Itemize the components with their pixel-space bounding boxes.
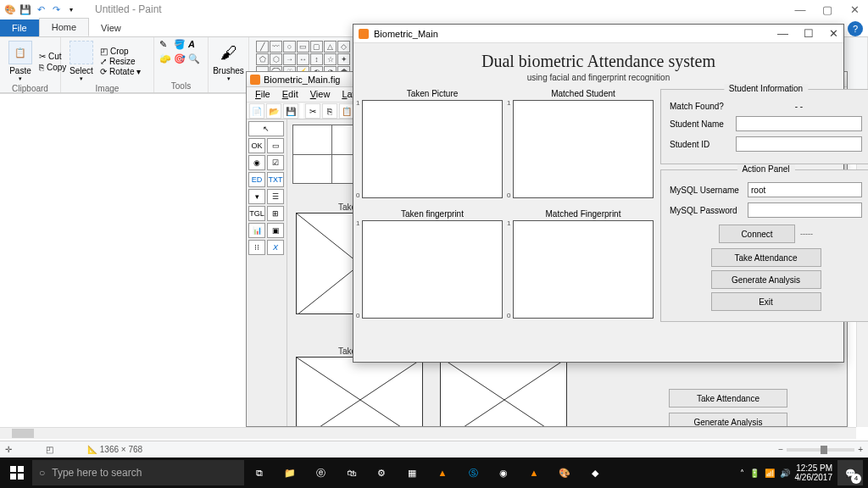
student-info-panel: Student Information Match Found? - - Stu… — [660, 89, 868, 164]
cortana-icon: ○ — [39, 467, 45, 479]
popup-tool[interactable]: ▾ — [248, 189, 265, 204]
plot-matched-fingerprint: Matched Fingerprint 10 — [513, 209, 654, 323]
student-id-field[interactable] — [736, 136, 862, 152]
help-icon[interactable]: ? — [848, 21, 863, 36]
text-tool[interactable]: TXT — [267, 172, 284, 187]
brushes-button[interactable]: 🖌Brushes▾ — [214, 39, 243, 84]
taskbar-app2-icon[interactable]: ◆ — [580, 458, 610, 488]
taskbar-vlc-icon[interactable]: ▲ — [427, 458, 458, 488]
menu-file[interactable]: File — [250, 87, 275, 102]
save-icon[interactable]: 💾 — [19, 3, 32, 16]
mysql-user-field[interactable] — [748, 182, 862, 197]
take-attendance-button[interactable]: Take Attendance — [711, 248, 821, 267]
student-name-label: Student Name — [670, 119, 736, 129]
tab-home[interactable]: Home — [39, 18, 89, 36]
tab-view[interactable]: View — [89, 19, 133, 36]
tab-file[interactable]: File — [0, 19, 39, 36]
taskbar: ○ Type here to search ⧉ 📁 ⓔ 🛍 ⚙ ▦ ▲ Ⓢ ◉ … — [0, 458, 868, 488]
tray-chevron-icon[interactable]: ˄ — [740, 469, 744, 478]
taskbar-app-icon[interactable]: ▦ — [397, 458, 427, 488]
start-button[interactable] — [2, 458, 32, 488]
generate-analysis-button[interactable]: Generate Analysis — [711, 270, 821, 289]
taskbar-matlab-icon[interactable]: ▲ — [519, 458, 549, 488]
taskbar-clock[interactable]: 12:25 PM4/26/2017 — [795, 463, 833, 482]
table-tool[interactable]: ⊞ — [267, 206, 284, 221]
toggle-tool[interactable]: TGL — [248, 206, 265, 221]
axes-box-3[interactable] — [440, 357, 567, 426]
svg-line-4 — [441, 358, 566, 426]
close-button[interactable]: ✕ — [844, 3, 865, 16]
zoom-slider[interactable] — [787, 448, 854, 452]
svg-rect-6 — [10, 466, 16, 472]
maximize-button[interactable]: ▢ — [817, 3, 837, 16]
redo-icon[interactable]: ↷ — [49, 3, 63, 16]
svg-line-5 — [441, 358, 566, 426]
open-icon[interactable]: 📂 — [266, 103, 281, 119]
guide-gen-button[interactable]: Generate Analysis — [669, 413, 787, 426]
tray-battery-icon[interactable]: 🔋 — [749, 469, 760, 478]
app-subtitle: using facial and fingerprint recognition — [362, 73, 835, 82]
taskbar-paint-icon[interactable]: 🎨 — [549, 458, 580, 488]
listbox-tool[interactable]: ☰ — [267, 189, 284, 204]
save-icon[interactable]: 💾 — [283, 103, 298, 119]
tray-volume-icon[interactable]: 🔊 — [780, 469, 790, 478]
edit-tool[interactable]: ED — [248, 172, 265, 187]
minimize-button[interactable]: — — [790, 3, 810, 16]
taskbar-edge-icon[interactable]: ⓔ — [305, 458, 336, 488]
taskbar-explorer-icon[interactable]: 📁 — [275, 458, 305, 488]
activex-tool[interactable]: X — [267, 240, 284, 255]
action-center-icon[interactable]: 💬4 — [837, 460, 863, 485]
radiobutton-tool[interactable]: ◉ — [248, 155, 265, 170]
pointer-tool[interactable]: ↖ — [248, 121, 284, 136]
connect-button[interactable]: Connect — [719, 225, 795, 243]
taskbar-chrome-icon[interactable]: ◉ — [488, 458, 519, 488]
menu-view[interactable]: View — [305, 87, 336, 102]
taskbar-skype-icon[interactable]: Ⓢ — [458, 458, 488, 488]
panel-tool[interactable]: ▣ — [267, 223, 284, 238]
biometric-titlebar[interactable]: Biometric_Main — ☐ ✕ — [353, 25, 843, 43]
svg-line-3 — [297, 358, 422, 426]
mysql-pass-field[interactable] — [748, 202, 862, 218]
plot-taken-picture: Taken Picture 10 — [362, 89, 503, 202]
guide-take-button[interactable]: Take Attendance — [669, 389, 787, 408]
minimize-button[interactable]: — — [777, 27, 788, 40]
qat-dropdown-icon[interactable]: ▾ — [64, 3, 78, 16]
copy-icon[interactable]: ⎘ — [322, 103, 337, 119]
biometric-window: Biometric_Main — ☐ ✕ Dual biometric Atte… — [353, 24, 844, 363]
search-box[interactable]: ○ Type here to search — [32, 460, 244, 485]
task-view-icon[interactable]: ⧉ — [244, 458, 275, 488]
undo-icon[interactable]: ↶ — [34, 3, 47, 16]
tools-icons[interactable]: ✎🪣A 🧽🎯🔍 — [159, 39, 203, 65]
buttongroup-tool[interactable]: ⁝⁝ — [248, 240, 265, 255]
paste-button[interactable]: 📋Paste▾ — [5, 39, 36, 84]
action-panel: Action Panel MySQL Username MySQL Passwo… — [660, 169, 868, 322]
axes-tool[interactable]: 📊 — [248, 223, 265, 238]
pushbutton-tool[interactable]: OK — [248, 138, 265, 153]
rotate-button[interactable]: ⟳ Rotate ▾ — [100, 67, 141, 76]
close-button[interactable]: ✕ — [829, 27, 838, 40]
resize-button[interactable]: ⤢ Resize — [100, 57, 141, 66]
student-name-field[interactable] — [736, 116, 862, 131]
select-button[interactable]: Select▾ — [66, 39, 97, 84]
crop-button[interactable]: ◰ Crop — [100, 47, 141, 56]
matlab-icon — [359, 29, 369, 39]
zoom-in-button[interactable]: + — [858, 445, 863, 454]
menu-edit[interactable]: Edit — [277, 87, 303, 102]
exit-button[interactable]: Exit — [711, 292, 821, 311]
tray-wifi-icon[interactable]: 📶 — [765, 469, 775, 478]
maximize-button[interactable]: ☐ — [804, 27, 814, 40]
app-title: Dual biometric Attendance system — [362, 52, 835, 71]
guide-title: Biometric_Main.fig — [264, 75, 340, 85]
scrollbar-horizontal[interactable] — [0, 427, 856, 439]
zoom-out-button[interactable]: − — [778, 445, 783, 454]
match-found-value: - - — [736, 102, 862, 111]
selection-icon: ◰ — [46, 445, 53, 454]
taskbar-store-icon[interactable]: 🛍 — [336, 458, 366, 488]
cut-icon[interactable]: ✂ — [305, 103, 320, 119]
new-icon[interactable]: 📄 — [249, 103, 264, 119]
taskbar-settings-icon[interactable]: ⚙ — [366, 458, 397, 488]
mysql-pass-label: MySQL Password — [670, 206, 748, 215]
axes-box-2[interactable] — [296, 357, 423, 426]
slider-tool[interactable]: ▭ — [267, 138, 284, 153]
checkbox-tool[interactable]: ☑ — [267, 155, 284, 170]
